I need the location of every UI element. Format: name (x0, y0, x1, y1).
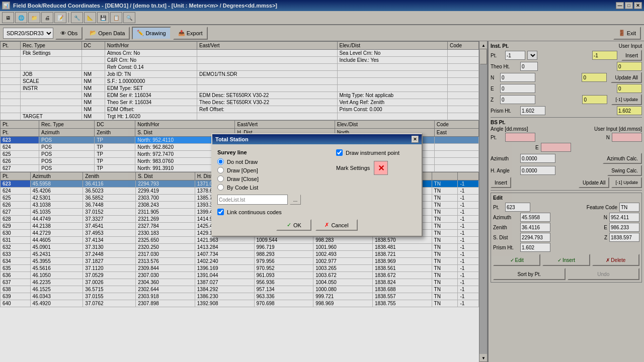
radio-draw-close[interactable]: Draw [Close] (217, 175, 331, 182)
draw-instrument-label: Draw instrument point (346, 150, 399, 156)
modal-overlay: Total Station ✕ Survey line Do not Draw … (0, 0, 644, 362)
modal-title: Total Station (215, 136, 249, 142)
cancel-label: Cancel (331, 222, 348, 228)
link-continuous-label: Link continuous codes (227, 209, 282, 215)
radio-draw-open[interactable]: Draw [Open] (217, 167, 331, 173)
total-station-modal: Total Station ✕ Survey line Do not Draw … (211, 133, 423, 237)
codelist-browse-btn[interactable]: ... (290, 195, 301, 205)
modal-body: Survey line Do not Draw Draw [Open] D (212, 144, 422, 236)
modal-close-btn[interactable]: ✕ (412, 136, 419, 143)
survey-line-title: Survey line (217, 149, 331, 155)
draw-instrument-check[interactable]: Draw instrument point (336, 149, 417, 156)
modal-cancel-btn[interactable]: ✗ Cancel (315, 219, 357, 231)
radio-draw-close-input[interactable] (217, 175, 224, 182)
radio-do-not-draw-input[interactable] (217, 158, 224, 165)
link-continuous-checkbox[interactable] (217, 209, 224, 215)
modal-content-row: Survey line Do not Draw Draw [Open] D (217, 149, 417, 215)
ok-label: OK (293, 222, 301, 228)
radio-draw-open-input[interactable] (217, 167, 224, 173)
modal-title-bar: Total Station ✕ (212, 134, 422, 144)
draw-instrument-checkbox[interactable] (336, 149, 343, 156)
radio-by-code-list-label: By Code List (227, 185, 258, 191)
radio-draw-close-label: Draw [Close] (227, 176, 259, 182)
modal-ok-btn[interactable]: ✓ OK (276, 219, 311, 231)
radio-do-not-draw[interactable]: Do not Draw (217, 158, 331, 165)
mark-settings-icon: ✕ (378, 163, 384, 173)
radio-by-code-list[interactable]: By Code List (217, 184, 331, 191)
cancel-x-icon: ✗ (325, 222, 329, 228)
radio-by-code-list-input[interactable] (217, 184, 224, 191)
codelist-input[interactable] (217, 195, 288, 205)
mark-settings-label: Mark Settings (336, 165, 370, 171)
modal-left-col: Survey line Do not Draw Draw [Open] D (217, 149, 331, 215)
mark-settings-box[interactable]: ✕ (374, 161, 388, 175)
modal-footer: ✓ OK ✗ Cancel (217, 219, 417, 231)
ok-check-icon: ✓ (287, 222, 291, 228)
link-continuous-check[interactable]: Link continuous codes (217, 209, 331, 215)
radio-draw-open-label: Draw [Open] (227, 167, 258, 173)
modal-right-col: Draw instrument point Mark Settings ✕ (336, 149, 417, 215)
survey-line-radio-group: Do not Draw Draw [Open] Draw [Close] (217, 158, 331, 191)
radio-do-not-draw-label: Do not Draw (227, 159, 258, 165)
